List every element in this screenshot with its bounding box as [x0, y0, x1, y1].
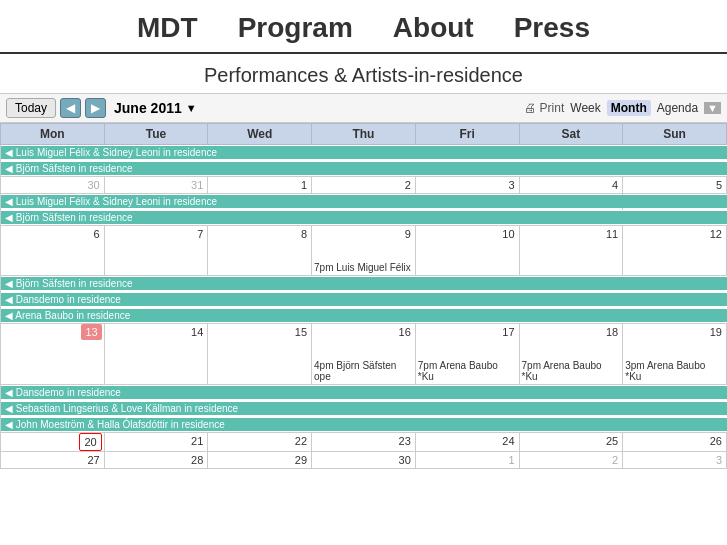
event-bar[interactable]: ◀ Björn Säfsten in residence▶ — [1, 277, 727, 290]
event-row: ◀ Arena Baubo in residence▶ — [1, 308, 727, 324]
agenda-arrow[interactable]: ▼ — [704, 102, 721, 114]
col-header-mon: Mon — [1, 124, 105, 145]
day-cell: 7 — [104, 226, 208, 276]
event-row: ◀ Luis Miguel Félix & Sidney Leoni in re… — [1, 145, 727, 161]
day-number: 28 — [105, 452, 208, 468]
day-number: 12 — [623, 226, 726, 242]
day-cell: 187pm Arena Baubo *Ku — [519, 324, 623, 385]
print-button[interactable]: 🖨 Print — [524, 101, 564, 115]
week-row-1: 67897pm Luis Miguel Félix101112 — [1, 226, 727, 276]
day-cell: 30 — [1, 177, 105, 194]
dropdown-arrow[interactable]: ▼ — [186, 102, 197, 114]
day-cell: 4 — [519, 177, 623, 194]
day-cell: 26 — [623, 433, 727, 452]
day-number: 15 — [208, 324, 311, 340]
nav-press[interactable]: Press — [514, 12, 590, 44]
page-title: Performances & Artists-in-residence — [0, 54, 727, 93]
day-cell: 3 — [415, 177, 519, 194]
calendar-toolbar: Today ◀ ▶ June 2011 ▼ 🖨 Print Week Month… — [0, 93, 727, 123]
event-row: ◀ Sebastian Lingserius & Love Källman in… — [1, 401, 727, 417]
prev-button[interactable]: ◀ — [60, 98, 81, 118]
day-number: 21 — [105, 433, 208, 449]
week-row-3: 20212223242526 — [1, 433, 727, 452]
day-cell: 27 — [1, 452, 105, 469]
day-number: 26 — [623, 433, 726, 449]
day-cell: 8 — [208, 226, 312, 276]
today-button[interactable]: Today — [6, 98, 56, 118]
day-number: 14 — [105, 324, 208, 340]
day-number: 30 — [312, 452, 415, 468]
event-row: ◀ John Moeström & Halla Ólafsdóttir in r… — [1, 417, 727, 433]
day-cell: 1 — [415, 452, 519, 469]
day-cell: 29 — [208, 452, 312, 469]
day-cell: 177pm Arena Baubo *Ku — [415, 324, 519, 385]
day-cell: 25 — [519, 433, 623, 452]
week-view-button[interactable]: Week — [570, 101, 600, 115]
day-cell: 14 — [104, 324, 208, 385]
day-number: 30 — [1, 177, 104, 193]
day-number: 25 — [520, 433, 623, 449]
inline-event[interactable]: 7pm Luis Miguel Félix — [312, 260, 415, 275]
day-cell: 2 — [312, 177, 416, 194]
inline-event[interactable]: 7pm Arena Baubo *Ku — [520, 358, 623, 384]
day-cell: 20 — [1, 433, 105, 452]
event-bar[interactable]: ◀ Dansdemo in residence▶ — [1, 293, 727, 306]
day-number: 27 — [1, 452, 104, 468]
day-cell: 2 — [519, 452, 623, 469]
day-number: 13 — [81, 324, 101, 340]
day-number: 20 — [79, 433, 101, 451]
event-row: ◀ Björn Säfsten in residence▶ — [1, 276, 727, 292]
nav-mdt[interactable]: MDT — [137, 12, 198, 44]
col-header-sat: Sat — [519, 124, 623, 145]
day-number: 11 — [520, 226, 623, 242]
inline-event[interactable]: 3pm Arena Baubo *Ku — [623, 358, 726, 384]
event-row: ◀ Björn Säfsten in residence▶ — [1, 210, 727, 226]
event-row: ◀ Björn Säfsten in residence▶ — [1, 161, 727, 177]
day-number: 23 — [312, 433, 415, 449]
event-bar[interactable]: ◀ Björn Säfsten in residence▶ — [1, 211, 727, 224]
nav-program[interactable]: Program — [238, 12, 353, 44]
next-button[interactable]: ▶ — [85, 98, 106, 118]
day-number: 19 — [623, 324, 726, 340]
col-header-sun: Sun — [623, 124, 727, 145]
day-number: 1 — [416, 452, 519, 468]
day-number: 31 — [105, 177, 208, 193]
day-cell: 11 — [519, 226, 623, 276]
day-number: 3 — [416, 177, 519, 193]
day-number: 17 — [416, 324, 519, 340]
col-header-thu: Thu — [312, 124, 416, 145]
day-number: 16 — [312, 324, 415, 340]
day-number: 22 — [208, 433, 311, 449]
event-bar[interactable]: ◀ Luis Miguel Félix & Sidney Leoni in re… — [1, 195, 727, 208]
day-cell: 15 — [208, 324, 312, 385]
day-number: 5 — [623, 177, 726, 193]
nav-about[interactable]: About — [393, 12, 474, 44]
event-bar[interactable]: ◀ Arena Baubo in residence▶ — [1, 309, 727, 322]
event-row: ◀ Dansdemo in residence▶ — [1, 385, 727, 401]
month-view-button[interactable]: Month — [607, 100, 651, 116]
month-label: June 2011 — [114, 100, 182, 116]
day-number: 7 — [105, 226, 208, 242]
day-cell: 31 — [104, 177, 208, 194]
agenda-view-button[interactable]: Agenda — [657, 101, 698, 115]
event-bar[interactable]: ◀ Björn Säfsten in residence▶ — [1, 162, 727, 175]
event-bar[interactable]: ◀ John Moeström & Halla Ólafsdóttir in r… — [1, 418, 727, 431]
day-cell: 193pm Arena Baubo *Ku — [623, 324, 727, 385]
day-number: 1 — [208, 177, 311, 193]
day-number: 8 — [208, 226, 311, 242]
event-bar[interactable]: ◀ Sebastian Lingserius & Love Källman in… — [1, 402, 727, 415]
top-navigation: MDT Program About Press — [0, 0, 727, 54]
day-cell: 21 — [104, 433, 208, 452]
day-cell: 30 — [312, 452, 416, 469]
event-bar[interactable]: ◀ Dansdemo in residence▶ — [1, 386, 727, 399]
day-cell: 5 — [623, 177, 727, 194]
day-number: 4 — [520, 177, 623, 193]
day-number: 29 — [208, 452, 311, 468]
col-header-wed: Wed — [208, 124, 312, 145]
day-number: 10 — [416, 226, 519, 242]
day-cell: 23 — [312, 433, 416, 452]
inline-event[interactable]: 7pm Arena Baubo *Ku — [416, 358, 519, 384]
event-bar[interactable]: ◀ Luis Miguel Félix & Sidney Leoni in re… — [1, 146, 727, 159]
inline-event[interactable]: 4pm Björn Säfsten ope — [312, 358, 415, 384]
day-cell: 164pm Björn Säfsten ope — [312, 324, 416, 385]
